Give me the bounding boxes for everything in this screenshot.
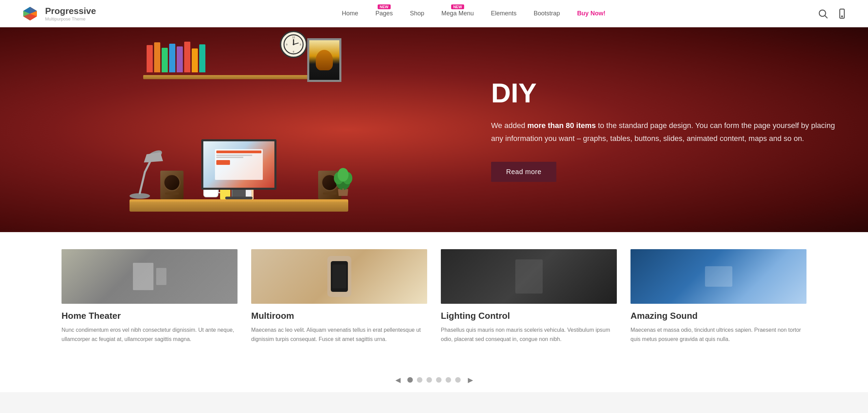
speaker-left <box>160 171 184 199</box>
mobile-icon[interactable] <box>837 8 847 19</box>
book <box>177 46 183 72</box>
pagination-dot-4[interactable] <box>446 377 451 383</box>
pagination-dot-3[interactable] <box>436 377 442 383</box>
book <box>169 44 175 72</box>
pagination-dot-1[interactable] <box>417 377 422 383</box>
nav-badge-pages: NEW <box>378 4 391 9</box>
books-row <box>147 42 205 72</box>
logo-icon <box>21 4 40 23</box>
book <box>154 42 160 72</box>
nav-label-pages: Pages <box>375 10 393 17</box>
hero-section: 12 3 6 9 <box>0 27 868 232</box>
hero-image-area: 12 3 6 9 <box>0 27 477 232</box>
desk-scene: 12 3 6 9 <box>130 68 348 212</box>
card-image-lighting-control <box>441 249 617 304</box>
nav-item-bootstrap[interactable]: Bootstrap <box>534 10 560 17</box>
card-title-lighting-control: Lighting Control <box>441 311 617 321</box>
pagination: ◀ ▶ <box>0 364 868 392</box>
book <box>192 48 198 72</box>
main-nav: HomeNEWPagesShopNEWMega MenuElementsBoot… <box>130 10 817 17</box>
card-lighting-control[interactable]: Lighting ControlPhasellus quis mauris no… <box>441 249 617 344</box>
svg-point-19 <box>338 168 349 182</box>
pagination-dots <box>407 377 461 383</box>
picture-frame <box>307 38 341 82</box>
nav-item-pages[interactable]: NEWPages <box>375 10 393 17</box>
plant <box>331 162 355 199</box>
book <box>162 48 168 72</box>
shelf-body <box>130 202 348 212</box>
svg-point-0 <box>819 10 826 16</box>
desk-lamp <box>126 141 164 199</box>
nav-item-mega-menu[interactable]: NEWMega Menu <box>441 10 474 17</box>
header-icons <box>817 8 847 19</box>
card-image-home-theater <box>62 249 238 304</box>
upper-shelf <box>143 75 321 79</box>
hero-description: We added more than 80 items to the stand… <box>491 119 841 145</box>
prev-arrow[interactable]: ◀ <box>392 374 403 385</box>
svg-line-1 <box>825 16 827 18</box>
nav-item-home[interactable]: Home <box>342 10 358 17</box>
pagination-dot-0[interactable] <box>407 377 413 383</box>
card-desc-home-theater: Nunc condimentum eros vel nibh consectet… <box>62 325 238 344</box>
card-desc-lighting-control: Phasellus quis mauris non mauris sceleri… <box>441 325 617 344</box>
nav-label-shop: Shop <box>410 10 424 17</box>
svg-line-13 <box>140 172 145 193</box>
card-amazing-sound[interactable]: Amazing SoundMaecenas et massa odio, tin… <box>630 249 806 344</box>
wall-clock: 12 3 6 9 <box>280 31 307 58</box>
nav-item-buy-now[interactable]: Buy Now! <box>577 10 606 17</box>
nav-item-elements[interactable]: Elements <box>491 10 517 17</box>
read-more-button[interactable]: Read more <box>491 162 556 182</box>
logo-title: Progressive <box>45 6 96 16</box>
nav-badge-mega-menu: NEW <box>451 4 464 9</box>
svg-point-11 <box>293 44 294 45</box>
card-title-amazing-sound: Amazing Sound <box>630 311 806 321</box>
svg-text:3: 3 <box>300 43 301 46</box>
card-title-home-theater: Home Theater <box>62 311 238 321</box>
nav-label-home: Home <box>342 10 358 17</box>
search-icon[interactable] <box>817 8 828 19</box>
logo-area: Progressive Multipurpose Theme <box>21 4 130 23</box>
nav-label-buy-now: Buy Now! <box>577 10 606 17</box>
book <box>147 45 153 72</box>
nav-item-shop[interactable]: Shop <box>410 10 424 17</box>
nav-label-bootstrap: Bootstrap <box>534 10 560 17</box>
cards-grid: Home TheaterNunc condimentum eros vel ni… <box>62 249 806 344</box>
nav-label-elements: Elements <box>491 10 517 17</box>
cards-section: Home TheaterNunc condimentum eros vel ni… <box>0 232 868 364</box>
svg-point-3 <box>842 16 843 17</box>
card-home-theater[interactable]: Home TheaterNunc condimentum eros vel ni… <box>62 249 238 344</box>
next-arrow[interactable]: ▶ <box>465 374 476 385</box>
card-image-amazing-sound <box>630 249 806 304</box>
card-desc-multiroom: Maecenas ac leo velit. Aliquam venenatis… <box>251 325 427 344</box>
hero-title: DIY <box>491 77 841 109</box>
monitor <box>201 139 276 199</box>
pagination-dot-2[interactable] <box>426 377 432 383</box>
card-multiroom[interactable]: MultiroomMaecenas ac leo velit. Aliquam … <box>251 249 427 344</box>
nav-label-mega-menu: Mega Menu <box>441 10 474 17</box>
svg-text:12: 12 <box>292 36 295 39</box>
header: Progressive Multipurpose Theme HomeNEWPa… <box>0 0 868 27</box>
hero-text: DIY We added more than 80 items to the s… <box>477 57 868 202</box>
book <box>199 44 205 72</box>
pagination-dot-5[interactable] <box>455 377 461 383</box>
svg-text:6: 6 <box>293 51 294 53</box>
logo-subtitle: Multipurpose Theme <box>45 16 96 22</box>
card-desc-amazing-sound: Maecenas et massa odio, tincidunt ultric… <box>630 325 806 344</box>
card-title-multiroom: Multiroom <box>251 311 427 321</box>
svg-text:9: 9 <box>286 43 287 46</box>
book <box>184 42 190 72</box>
card-image-multiroom <box>251 249 427 304</box>
logo-text-block: Progressive Multipurpose Theme <box>45 6 96 22</box>
